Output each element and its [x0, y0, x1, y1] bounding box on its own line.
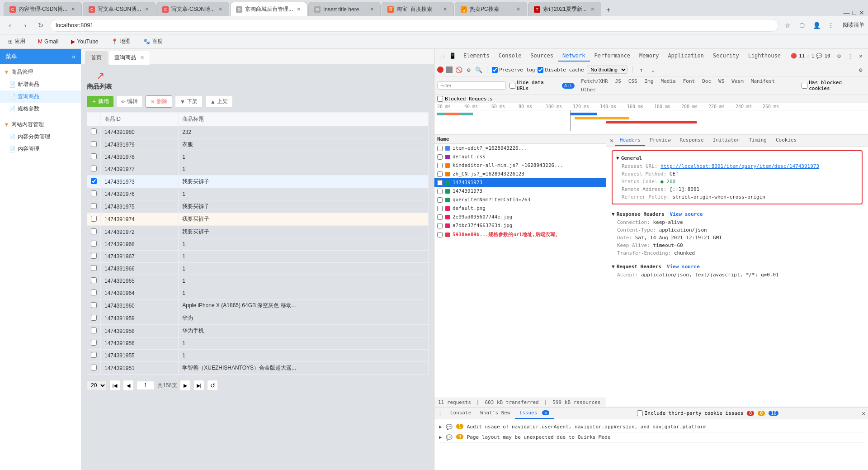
request-item-checkbox[interactable] [437, 163, 443, 168]
type-ws[interactable]: WS [716, 78, 727, 85]
filter-network-icon[interactable]: ⚙ [465, 66, 472, 73]
tab-1-close[interactable]: ✕ [70, 5, 76, 13]
more-options-icon[interactable]: ⋮ [825, 19, 837, 32]
table-row[interactable]: 1474391951学智善（XUEZHISHANTOYS）合金版超大遥... [87, 362, 429, 375]
restore-icon[interactable]: □ [853, 9, 856, 16]
minimize-icon[interactable]: — [844, 9, 850, 16]
tab-7-close[interactable]: ✕ [515, 5, 521, 13]
request-item[interactable]: queryItemNam?itemCatId=263 [434, 195, 606, 204]
tab-7[interactable]: 🔥 热卖PC搜索 ✕ [455, 2, 527, 16]
table-row[interactable]: 1474391959华为 [87, 312, 429, 325]
bottom-tab-whatsnew[interactable]: What's New [476, 408, 514, 419]
dt-details-tab-headers[interactable]: Headers [615, 135, 645, 146]
page-size-select[interactable]: 20 50 [87, 380, 107, 390]
dt-tab-elements[interactable]: Elements [459, 51, 494, 62]
table-row[interactable]: 1474391973我要买裤子 [87, 176, 429, 188]
dt-tab-memory[interactable]: Memory [635, 51, 663, 62]
last-page-button[interactable]: ▶| [193, 380, 204, 391]
table-row[interactable]: 14743919661 [87, 263, 429, 275]
preserve-log-checkbox-label[interactable]: Preserve log [492, 67, 535, 73]
delete-product-button[interactable]: ✕ 删除 [146, 95, 172, 108]
request-headers-header[interactable]: ▼ Request Headers View source [612, 262, 863, 271]
bookmark-maps[interactable]: 📍 地图 [108, 36, 133, 47]
third-party-label[interactable]: Include third-party cookie issues [637, 410, 744, 416]
reload-button[interactable]: ↻ [34, 19, 47, 32]
edit-product-button[interactable]: ✏ 编辑 [116, 95, 143, 108]
dt-tab-application[interactable]: Application [663, 51, 708, 62]
row-checkbox[interactable] [91, 241, 97, 247]
sidebar-group-content-header[interactable]: ▼ 网站内容管理 [0, 119, 81, 131]
type-media[interactable]: Media [658, 78, 679, 85]
row-checkbox[interactable] [91, 141, 97, 147]
next-page-button[interactable]: ▶ [180, 380, 191, 391]
tab-5[interactable]: ⚙ Insert title here ✕ [308, 2, 381, 16]
address-input[interactable] [50, 19, 778, 32]
type-doc[interactable]: Doc [699, 78, 714, 85]
devtools-inspect-icon[interactable]: ⬚ [437, 52, 446, 61]
browser-close-icon[interactable]: ✕ [859, 9, 864, 16]
bookmark-apps[interactable]: ⊞ 应用 [5, 36, 28, 47]
tab-6-close[interactable]: ✕ [442, 5, 448, 13]
request-item[interactable]: 1474391973 [434, 187, 606, 195]
table-row[interactable]: 14743919771 [87, 163, 429, 176]
devtools-more-icon[interactable]: ⋮ [845, 52, 854, 61]
request-item[interactable]: default.css [434, 152, 606, 161]
type-manifest[interactable]: Manifest [748, 78, 778, 85]
request-item-checkbox[interactable] [437, 154, 443, 160]
dt-tab-performance[interactable]: Performance [590, 51, 635, 62]
bookmark-baidu[interactable]: 🐾 百度 [141, 36, 165, 47]
first-page-button[interactable]: |◀ [109, 380, 120, 391]
table-row[interactable]: 14743919551 [87, 350, 429, 362]
request-item[interactable]: default.png [434, 204, 606, 213]
dt-details-tab-timing[interactable]: Timing [744, 135, 771, 146]
table-row[interactable]: 1474391975我要买裤子 [87, 200, 429, 213]
bottom-tab-issues[interactable]: Issues ✕ [515, 408, 554, 419]
row-checkbox[interactable] [91, 328, 97, 333]
devtools-device-icon[interactable]: 📱 [448, 52, 457, 61]
request-url-value[interactable]: http://localhost:8091/item/query/item/de… [660, 163, 819, 169]
sidebar-item-content-mgmt[interactable]: 📄 内容管理 [0, 143, 81, 155]
new-tab-button[interactable]: + [602, 4, 615, 16]
request-item[interactable]: 2e99ad095607744e.jpg [434, 213, 606, 221]
tab-6[interactable]: 百 淘宝_百度搜索 ✕ [382, 2, 454, 16]
forward-button[interactable]: › [19, 19, 32, 32]
has-blocked-cookies-checkbox[interactable] [802, 83, 807, 89]
page-tab-query-close[interactable]: ✕ [140, 55, 144, 60]
issue-item[interactable]: ▶ 💬 9 Page layout may be unexpected due … [439, 432, 863, 443]
refresh-button[interactable]: ↺ [207, 380, 218, 391]
disable-cache-checkbox[interactable] [538, 67, 543, 73]
sidebar-toggle-icon[interactable]: « [72, 53, 75, 60]
bookmark-gmail[interactable]: M Gmail [35, 37, 61, 46]
sidebar-group-products-header[interactable]: ▼ 商品管理 [0, 66, 81, 78]
row-checkbox[interactable] [91, 290, 97, 295]
dt-details-tab-preview[interactable]: Preview [645, 135, 675, 146]
request-item[interactable]: zh_CN.js?_=1628943226123 [434, 170, 606, 178]
request-item[interactable]: kindeditor-all-min.js?_=1628943226... [434, 161, 606, 170]
table-row[interactable]: 1474391979衣服 [87, 138, 429, 151]
request-item[interactable]: item-edit?_=1628943226... [434, 144, 606, 152]
dt-tab-console[interactable]: Console [494, 51, 526, 62]
tab-3[interactable]: C 写文章-CSDN博... ✕ [156, 2, 229, 16]
row-checkbox[interactable] [91, 340, 97, 346]
dt-tab-sources[interactable]: Sources [526, 51, 558, 62]
tab-1[interactable]: C 内容管理-CSDN博... ✕ [4, 2, 82, 16]
dt-tab-lighthouse[interactable]: Lighthouse [744, 51, 785, 62]
request-item[interactable]: 1474391973 [434, 178, 606, 187]
row-checkbox[interactable] [91, 153, 97, 159]
dt-details-tab-cookies[interactable]: Cookies [771, 135, 801, 146]
tab-2-close[interactable]: ✕ [144, 5, 150, 13]
bookmark-star-icon[interactable]: ☆ [781, 19, 794, 32]
down-product-button[interactable]: ▼ 下架 [175, 95, 203, 108]
hide-data-urls-label[interactable]: Hide data URLs [509, 80, 558, 91]
request-item-checkbox[interactable] [437, 171, 443, 177]
has-blocked-cookies-label[interactable]: Has blocked cookies [802, 80, 865, 91]
stop-button[interactable] [446, 66, 453, 73]
row-checkbox[interactable] [91, 178, 97, 184]
sidebar-item-query-product[interactable]: 📄 查询商品 [0, 90, 81, 103]
table-row[interactable]: 14743919651 [87, 275, 429, 287]
extensions-icon[interactable]: ⬡ [796, 19, 808, 32]
details-close-icon[interactable]: ✕ [608, 135, 615, 146]
prev-page-button[interactable]: ◀ [123, 380, 134, 391]
tab-8-close[interactable]: ✕ [590, 5, 595, 13]
tab-4[interactable]: ⚙ 京淘商城后台管理... ✕ [230, 2, 307, 16]
